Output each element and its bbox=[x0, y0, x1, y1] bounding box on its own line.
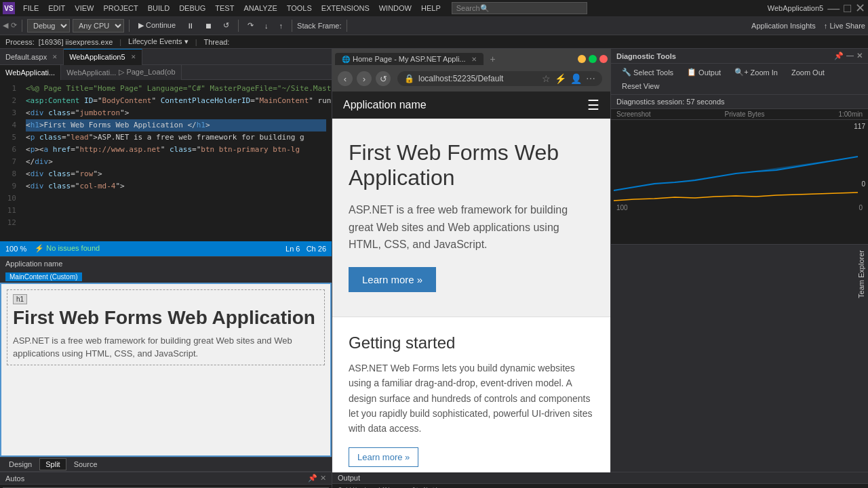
win-close[interactable] bbox=[599, 55, 608, 63]
learn-more-button[interactable]: Learn more » bbox=[349, 267, 436, 292]
pause-button[interactable]: ⏸ bbox=[182, 20, 198, 31]
menu-extensions[interactable]: EXTENSIONS bbox=[317, 3, 374, 14]
debug-combo[interactable]: Debug bbox=[27, 19, 70, 33]
live-share-label[interactable]: ↑ Live Share bbox=[824, 22, 865, 30]
toolbar-sep-3 bbox=[238, 20, 239, 32]
diag-toolbar: 🔧 Select Tools 📋 Output 🔍+ Zoom In Zoom … bbox=[611, 64, 868, 95]
bottom-area: Autos 📌 ✕ 🔍 ◀ ▶ Search Depth: Name Value bbox=[0, 472, 868, 488]
lock-icon: 🔒 bbox=[404, 74, 414, 83]
code-tab-right[interactable]: WebApplicati... ▷ Page_Load(ob bbox=[61, 65, 181, 80]
nav-forward[interactable]: › bbox=[357, 71, 372, 86]
browser-active-tab[interactable]: 🌐 Home Page - My ASP.NET Appli... ✕ bbox=[335, 53, 484, 65]
profile-icon[interactable]: 👤 bbox=[570, 73, 582, 84]
diag-chart-svg bbox=[614, 123, 865, 204]
diag-title: Diagnostic Tools bbox=[616, 52, 676, 60]
team-explorer-label[interactable]: Team Explorer bbox=[854, 245, 868, 304]
bookmark-icon[interactable]: ☆ bbox=[542, 73, 551, 84]
nav-back[interactable]: ‹ bbox=[338, 71, 353, 86]
win-minimize[interactable] bbox=[578, 55, 586, 63]
code-line-5: <div class="jumbotron"> bbox=[26, 107, 326, 119]
diag-pin-icon[interactable]: 📌 bbox=[834, 52, 844, 60]
close-icon[interactable]: ✕ bbox=[855, 1, 865, 16]
restart-button[interactable]: ↺ bbox=[219, 20, 233, 31]
menu-help[interactable]: HELP bbox=[417, 3, 445, 14]
learn-more-sm-button[interactable]: Learn more » bbox=[349, 447, 418, 467]
editor-area: 123456789101112 <%@ Page Title="Home Pag… bbox=[0, 80, 332, 241]
diag-close-icon[interactable]: ✕ bbox=[856, 52, 863, 60]
tab-default-close[interactable]: ✕ bbox=[52, 54, 58, 60]
design-tab-design[interactable]: Design bbox=[3, 458, 38, 470]
win-maximize[interactable] bbox=[589, 55, 597, 63]
autos-close-icon[interactable]: ✕ bbox=[320, 474, 326, 483]
maximize-icon[interactable]: □ bbox=[844, 1, 851, 16]
site-hamburger-icon[interactable]: ☰ bbox=[587, 97, 599, 113]
menu-analyze[interactable]: ANALYZE bbox=[239, 3, 281, 14]
design-tab-bar: Design Split Source bbox=[0, 457, 332, 472]
site-app-name: Application name bbox=[343, 99, 427, 111]
chart-val-0-top: 0 bbox=[861, 180, 865, 188]
output-header: Output bbox=[332, 472, 868, 484]
menu-window[interactable]: WINDOW bbox=[375, 3, 416, 14]
diag-time-label: 1:00min bbox=[838, 110, 863, 118]
search-bar[interactable]: Search 🔍 bbox=[452, 2, 587, 14]
address-text: localhost:52235/Default bbox=[418, 74, 538, 83]
menu-file[interactable]: FILE bbox=[19, 3, 43, 14]
cpu-combo[interactable]: Any CPU bbox=[73, 19, 124, 33]
tab-webapp5-close[interactable]: ✕ bbox=[131, 54, 136, 60]
autos-title: Autos bbox=[5, 474, 24, 483]
menu-tools[interactable]: TOOLS bbox=[283, 3, 316, 14]
code-tab-left[interactable]: WebApplicati... bbox=[0, 65, 61, 80]
menu-build[interactable]: BUILD bbox=[144, 3, 174, 14]
nav-refresh[interactable]: ↺ bbox=[376, 71, 391, 86]
step-into-button[interactable]: ↓ bbox=[260, 20, 273, 31]
step-out-button[interactable]: ↑ bbox=[275, 20, 288, 31]
menu-view[interactable]: VIEW bbox=[71, 3, 98, 14]
step-over-button[interactable]: ↷ bbox=[243, 20, 258, 31]
diag-minimize-icon[interactable]: — bbox=[846, 52, 854, 60]
tab-default-aspx[interactable]: Default.aspx ✕ bbox=[0, 49, 64, 65]
stack-frame-label: Stack Frame: bbox=[297, 22, 341, 30]
zoom-in-button[interactable]: 🔍+ Zoom In bbox=[729, 66, 783, 78]
preview-h1-tag: h1 bbox=[13, 294, 27, 304]
process-sep: | bbox=[119, 38, 121, 46]
extensions-icon[interactable]: ⚡ bbox=[555, 73, 566, 84]
design-tab-source[interactable]: Source bbox=[68, 458, 104, 470]
zoom-out-button[interactable]: Zoom Out bbox=[786, 67, 830, 78]
minimize-icon[interactable]: — bbox=[827, 1, 840, 16]
tab-webapp5[interactable]: WebApplication5 ✕ bbox=[64, 49, 142, 65]
no-issues: ⚡ No issues found bbox=[35, 244, 100, 253]
main-content-label: MainContent (Custom) bbox=[0, 270, 332, 283]
menu-debug[interactable]: DEBUG bbox=[175, 3, 210, 14]
site-hero-text: ASP.NET is a free web framework for buil… bbox=[349, 201, 594, 253]
continue-button[interactable]: ▶ ▶ ContinueContinue bbox=[134, 20, 180, 31]
code-content[interactable]: <%@ Page Title="Home Page" Language="C#"… bbox=[20, 80, 332, 241]
browser-tabs: 🌐 Home Page - My ASP.NET Appli... ✕ + bbox=[335, 52, 501, 66]
app-title: WebApplication5 bbox=[768, 4, 823, 12]
app-insights-label[interactable]: Application Insights bbox=[751, 22, 816, 30]
autos-pin-icon[interactable]: 📌 bbox=[308, 474, 317, 483]
browser-content: Application name ☰ First Web Forms Web A… bbox=[332, 92, 610, 483]
site-hero: First Web Forms Web Application ASP.NET … bbox=[332, 119, 610, 317]
back-icon[interactable]: ◀ bbox=[3, 21, 8, 30]
select-tools-button[interactable]: 🔧 Select Tools bbox=[616, 66, 679, 78]
forward-icon[interactable]: ⟳ bbox=[11, 21, 17, 30]
chart-val-0-bottom: 0 bbox=[859, 204, 863, 211]
process-bar: Process: [16936] iisexpress.exe | Lifecy… bbox=[0, 35, 868, 49]
toolbar-sep-1 bbox=[22, 20, 22, 32]
menu-project[interactable]: PROJECT bbox=[99, 3, 142, 14]
menu-edit[interactable]: EDIT bbox=[44, 3, 69, 14]
lifecycle-events[interactable]: Lifecycle Events ▾ bbox=[128, 37, 189, 46]
browser-title-bar: 🌐 Home Page - My ASP.NET Appli... ✕ + bbox=[335, 52, 608, 66]
menu-dots-icon[interactable]: ⋯ bbox=[586, 73, 595, 84]
code-tab-right-label: WebApplicati... bbox=[66, 68, 116, 77]
reset-view-button[interactable]: Reset View bbox=[616, 81, 665, 92]
thread-sep: | bbox=[195, 38, 197, 46]
new-tab-button[interactable]: + bbox=[485, 52, 501, 66]
output-button[interactable]: 📋 Output bbox=[682, 66, 726, 78]
editor-status-bar: 100 % ⚡ No issues found Ln 6 Ch 26 bbox=[0, 241, 332, 256]
address-bar[interactable]: 🔒 localhost:52235/Default ☆ ⚡ 👤 ⋯ bbox=[397, 71, 602, 86]
menu-test[interactable]: TEST bbox=[211, 3, 238, 14]
design-tab-split[interactable]: Split bbox=[39, 458, 66, 470]
stop-button[interactable]: ⏹ bbox=[201, 20, 216, 31]
browser-tab-close[interactable]: ✕ bbox=[471, 56, 477, 63]
